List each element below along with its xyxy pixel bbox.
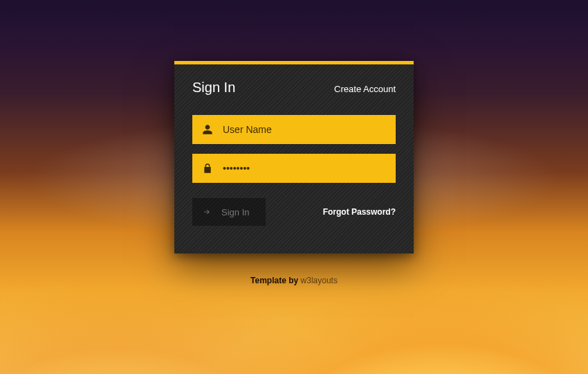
username-input[interactable] [223, 115, 396, 144]
create-account-link[interactable]: Create Account [334, 84, 396, 94]
actions-row: Sign In Forgot Password? [192, 198, 396, 226]
card-header: Sign In Create Account [192, 80, 396, 96]
signin-button[interactable]: Sign In [192, 198, 266, 226]
arrow-right-icon [202, 207, 212, 217]
password-row [192, 154, 396, 183]
footer-credit: Template by w3layouts [250, 276, 338, 285]
signin-button-label: Sign In [221, 207, 249, 217]
footer-brand-link[interactable]: w3layouts [301, 276, 338, 285]
password-input[interactable] [223, 154, 396, 183]
user-icon [192, 124, 223, 135]
signin-card: Sign In Create Account Sign In Forgot Pa… [174, 61, 414, 253]
page-title: Sign In [192, 80, 235, 96]
footer-prefix: Template by [250, 276, 300, 285]
forgot-password-link[interactable]: Forgot Password? [323, 207, 396, 217]
lock-icon [192, 163, 223, 174]
username-row [192, 115, 396, 144]
